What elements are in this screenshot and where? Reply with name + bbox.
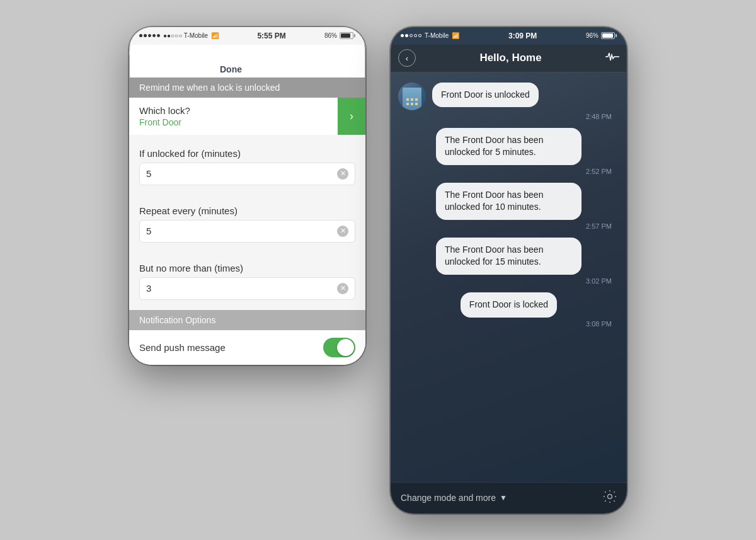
- repeat-minutes-label: Repeat every (minutes): [139, 205, 355, 216]
- max-times-input-row: 3 ✕: [139, 277, 355, 300]
- chat-bubble-5: Front Door is locked: [461, 292, 557, 318]
- change-mode-button[interactable]: Change mode and more ▼: [401, 493, 507, 503]
- max-times-group: But no more than (times) 3 ✕: [129, 255, 365, 307]
- chat-message-2-row: The Front Door has been unlocked for 5 m…: [436, 128, 581, 165]
- repeat-minutes-value: 5: [146, 226, 337, 236]
- right-signal-indicator: T-Mobile 📶: [401, 32, 459, 39]
- chat-time-2: 2:52 PM: [398, 168, 619, 175]
- remind-section-header: Remind me when a lock is unlocked: [129, 78, 365, 98]
- push-message-label: Send push message: [139, 342, 226, 353]
- right-back-button[interactable]: ‹: [398, 49, 416, 67]
- chat-message-3-row: The Front Door has been unlocked for 10 …: [436, 183, 581, 220]
- push-message-toggle[interactable]: [323, 338, 355, 357]
- left-status-bar: ●●○○○ T-Mobile 📶 5:55 PM 86%: [129, 27, 365, 45]
- which-lock-value: Front Door: [139, 117, 328, 127]
- wifi-icon: 📶: [211, 32, 219, 39]
- chat-time-5: 3:08 PM: [398, 320, 619, 328]
- carrier-label: ●●○○○ T-Mobile: [163, 32, 208, 39]
- right-status-bar: T-Mobile 📶 3:09 PM 96%: [391, 27, 627, 45]
- back-button[interactable]: ‹: [129, 45, 146, 61]
- max-times-label: But no more than (times): [139, 263, 355, 273]
- chat-time-1: 2:48 PM: [398, 113, 619, 120]
- left-nav-bar: ‹ Remind to Lock Done: [129, 45, 365, 78]
- signal-indicator: ●●○○○ T-Mobile 📶: [139, 32, 219, 39]
- left-phone: ●●○○○ T-Mobile 📶 5:55 PM 86% ‹ Remind to…: [129, 27, 365, 365]
- max-times-value: 3: [146, 283, 337, 294]
- settings-body: Remind me when a lock is unlocked Which …: [129, 78, 365, 365]
- right-time: 3:09 PM: [508, 32, 537, 40]
- right-nav-title: Hello, Home: [479, 52, 541, 64]
- notification-section-label: Notification Options: [139, 315, 215, 325]
- chat-bubble-3: The Front Door has been unlocked for 10 …: [436, 183, 581, 220]
- svg-point-0: [608, 494, 612, 498]
- which-lock-arrow-icon: ›: [338, 98, 365, 135]
- unlocked-minutes-group: If unlocked for (minutes) 5 ✕: [129, 141, 365, 193]
- toggle-thumb: [337, 339, 354, 356]
- unlocked-minutes-clear-button[interactable]: ✕: [337, 168, 348, 180]
- right-carrier-label: T-Mobile: [425, 32, 449, 39]
- unlocked-minutes-input-row: 5 ✕: [139, 163, 355, 185]
- chevron-down-icon: ▼: [500, 493, 507, 502]
- repeat-minutes-clear-button[interactable]: ✕: [337, 226, 348, 237]
- right-wifi-icon: 📶: [452, 32, 459, 39]
- right-battery: 96%: [586, 32, 617, 39]
- building-windows: [406, 98, 418, 105]
- chat-time-3: 2:57 PM: [398, 222, 619, 230]
- chat-time-4: 3:02 PM: [398, 277, 619, 285]
- unlocked-minutes-label: If unlocked for (minutes): [139, 148, 355, 159]
- settings-gear-button[interactable]: [603, 490, 617, 507]
- remind-section-label: Remind me when a lock is unlocked: [139, 83, 280, 93]
- max-times-clear-button[interactable]: ✕: [337, 283, 348, 294]
- chat-body: Front Door is unlocked 2:48 PM The Front…: [391, 72, 627, 482]
- chat-avatar: [398, 83, 426, 110]
- chat-bubble-2: The Front Door has been unlocked for 5 m…: [436, 128, 581, 165]
- which-lock-group: Which lock? Front Door ›: [129, 98, 365, 135]
- which-lock-label: Which lock?: [139, 105, 328, 116]
- push-message-row: Send push message: [129, 330, 365, 365]
- left-time: 5:55 PM: [257, 32, 285, 40]
- right-phone: T-Mobile 📶 3:09 PM 96% ‹ Hello, Home: [391, 27, 627, 514]
- bottom-bar: Change mode and more ▼: [391, 482, 627, 514]
- done-button[interactable]: Done: [212, 61, 249, 78]
- left-nav-title: Remind to Lock: [129, 63, 210, 75]
- activity-icon[interactable]: [605, 51, 619, 66]
- change-mode-label: Change mode and more: [401, 493, 496, 503]
- right-nav-bar: ‹ Hello, Home: [391, 45, 627, 72]
- chat-bubble-4: The Front Door has been unlocked for 15 …: [436, 238, 581, 275]
- chat-message-4-row: The Front Door has been unlocked for 15 …: [436, 238, 581, 275]
- repeat-minutes-input-row: 5 ✕: [139, 220, 355, 243]
- which-lock-row[interactable]: Which lock? Front Door ›: [129, 98, 365, 135]
- repeat-minutes-group: Repeat every (minutes) 5 ✕: [129, 198, 365, 250]
- chat-message-1-row: Front Door is unlocked: [398, 83, 619, 110]
- avatar-building-image: [398, 83, 426, 110]
- which-lock-content: Which lock? Front Door: [129, 98, 338, 135]
- chat-bubble-1: Front Door is unlocked: [432, 83, 539, 108]
- left-battery: 86%: [324, 32, 355, 39]
- unlocked-minutes-value: 5: [146, 168, 337, 179]
- back-arrow-icon: ‹: [136, 48, 139, 58]
- notification-section-header: Notification Options: [129, 310, 365, 330]
- chat-message-5-row: Front Door is locked: [436, 292, 581, 318]
